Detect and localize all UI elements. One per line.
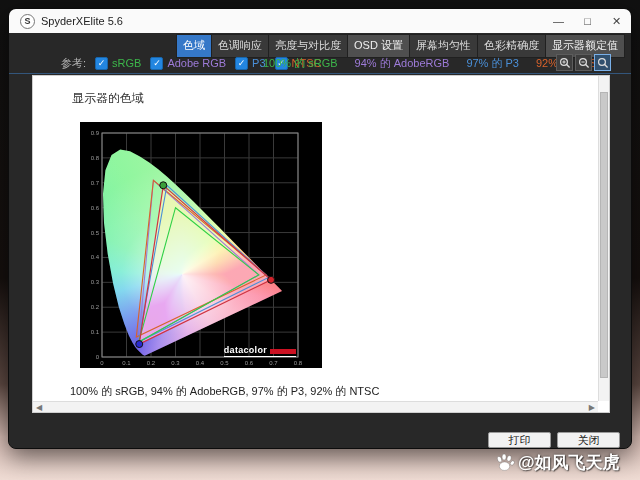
svg-text:0.5: 0.5	[91, 230, 100, 236]
window-body: 色域色调响应亮度与对比度OSD 设置屏幕均匀性色彩精确度显示器额定值 参考: ✓…	[9, 33, 631, 448]
close-button[interactable]: 关闭	[557, 432, 620, 448]
app-window: S SpyderXElite 5.6 — □ ✕ 色域色调响应亮度与对比度OSD…	[8, 8, 632, 449]
zoom-out-button[interactable]	[575, 54, 592, 71]
reference-item: ✓Adobe RGB	[150, 57, 226, 70]
svg-text:0.6: 0.6	[245, 360, 254, 366]
primary-marker	[160, 182, 167, 189]
close-window-button[interactable]: ✕	[602, 10, 631, 32]
svg-text:0.3: 0.3	[91, 279, 100, 285]
chromaticity-chart: 00.10.20.30.40.50.60.70.800.10.20.30.40.…	[80, 122, 322, 368]
scroll-right-arrow-icon[interactable]: ▶	[586, 403, 598, 412]
svg-text:0.9: 0.9	[91, 130, 100, 136]
window-controls: — □ ✕	[544, 10, 631, 32]
coverage-result: 97% 的 P3	[466, 56, 519, 71]
checkbox-checked-icon[interactable]: ✓	[95, 57, 108, 70]
checkbox-checked-icon[interactable]: ✓	[235, 57, 248, 70]
svg-text:0.7: 0.7	[91, 180, 100, 186]
datacolor-logo: datacolor	[224, 345, 296, 357]
window-title: SpyderXElite 5.6	[41, 15, 123, 27]
datacolor-logo-text: datacolor	[224, 345, 267, 355]
display-gamut-fill	[139, 185, 271, 344]
watermark: @如风飞天虎	[494, 451, 620, 474]
reference-toolbar: 参考: ✓sRGB✓Adobe RGB✓P3✓NTSC 100% 的 sRGB9…	[9, 53, 631, 74]
svg-text:0.7: 0.7	[269, 360, 278, 366]
svg-text:0: 0	[100, 360, 104, 366]
svg-text:0.8: 0.8	[91, 155, 100, 161]
scroll-left-arrow-icon[interactable]: ◀	[33, 403, 45, 412]
print-button[interactable]: 打印	[488, 432, 551, 448]
reference-item-label: sRGB	[112, 57, 141, 69]
zoom-buttons	[556, 54, 611, 71]
svg-text:0.2: 0.2	[91, 304, 100, 310]
svg-text:0.1: 0.1	[91, 329, 100, 335]
coverage-result: 94% 的 AdobeRGB	[355, 56, 450, 71]
page-title: 显示器的色域	[72, 90, 144, 107]
primary-marker	[268, 276, 275, 283]
maximize-button[interactable]: □	[573, 10, 602, 32]
reference-label: 参考:	[61, 56, 86, 71]
svg-text:0.6: 0.6	[91, 205, 100, 211]
gamut-overlays	[102, 133, 298, 357]
zoom-in-button[interactable]	[556, 54, 573, 71]
svg-text:0.3: 0.3	[171, 360, 180, 366]
coverage-results: 100% 的 sRGB94% 的 AdobeRGB97% 的 P392% 的 N…	[263, 53, 605, 73]
minimize-button[interactable]: —	[544, 10, 573, 32]
svg-text:0.5: 0.5	[220, 360, 229, 366]
paw-icon	[494, 452, 516, 474]
reference-item-label: Adobe RGB	[167, 57, 226, 69]
reference-item: ✓P3	[235, 57, 265, 70]
svg-text:0.1: 0.1	[122, 360, 131, 366]
title-bar: S SpyderXElite 5.6 — □ ✕	[9, 9, 631, 34]
svg-text:0.4: 0.4	[91, 254, 100, 260]
svg-text:0: 0	[96, 354, 100, 360]
zoom-in-icon	[559, 57, 571, 69]
zoom-out-icon	[578, 57, 590, 69]
coverage-result: 100% 的 sRGB	[263, 56, 338, 71]
zoom-fit-icon	[597, 57, 609, 69]
watermark-text: @如风飞天虎	[518, 451, 620, 474]
svg-text:0.8: 0.8	[294, 360, 303, 366]
checkbox-checked-icon[interactable]: ✓	[150, 57, 163, 70]
svg-text:0.4: 0.4	[196, 360, 205, 366]
report-panel: 显示器的色域 00.10.20.30.40.50.60.70.800.10.20…	[32, 75, 610, 413]
reference-item: ✓sRGB	[95, 57, 141, 70]
datacolor-logo-bar	[270, 349, 296, 354]
vertical-scrollbar[interactable]	[598, 76, 609, 401]
zoom-fit-button[interactable]	[594, 54, 611, 71]
app-icon: S	[20, 14, 35, 29]
primary-marker	[136, 341, 143, 348]
horizontal-scrollbar[interactable]: ◀ ▶	[33, 401, 598, 412]
svg-text:0.2: 0.2	[147, 360, 156, 366]
coverage-summary-text: 100% 的 sRGB, 94% 的 AdobeRGB, 97% 的 P3, 9…	[70, 384, 379, 399]
vertical-scrollbar-thumb[interactable]	[600, 92, 608, 378]
